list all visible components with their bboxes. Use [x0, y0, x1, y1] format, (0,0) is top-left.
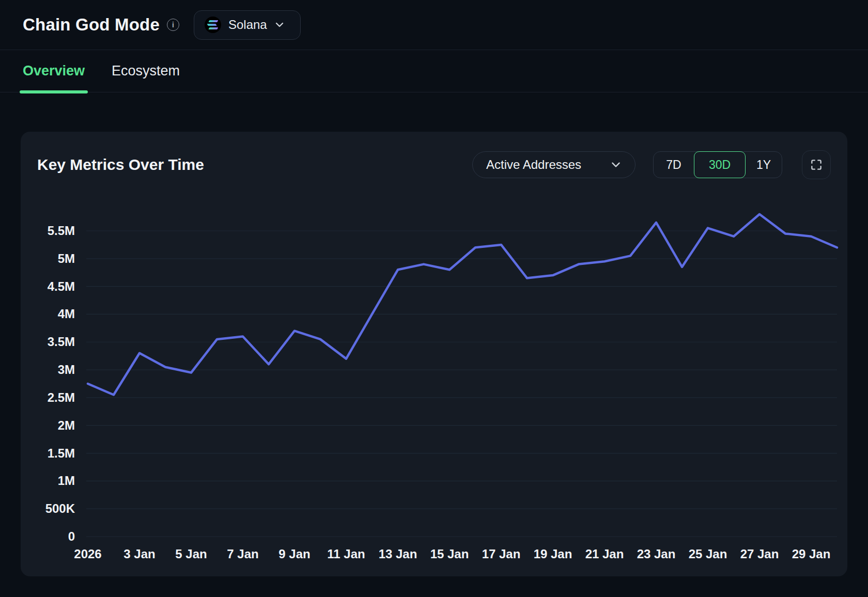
- svg-text:21 Jan: 21 Jan: [585, 547, 624, 561]
- svg-text:3 Jan: 3 Jan: [123, 547, 155, 561]
- svg-text:29 Jan: 29 Jan: [792, 547, 831, 561]
- page-title: Chain God Mode: [23, 15, 160, 35]
- chevron-down-icon: [610, 159, 622, 170]
- svg-text:7 Jan: 7 Jan: [227, 547, 258, 561]
- svg-text:13 Jan: 13 Jan: [379, 547, 417, 561]
- svg-text:5.5M: 5.5M: [48, 224, 75, 238]
- svg-text:19 Jan: 19 Jan: [534, 547, 572, 561]
- svg-text:11 Jan: 11 Jan: [327, 547, 365, 561]
- solana-logo-icon: [205, 17, 221, 33]
- chain-selector-value: Solana: [228, 18, 267, 32]
- key-metrics-card: Key Metrics Over Time Active Addresses 7…: [21, 132, 847, 576]
- range-30d-button[interactable]: 30D: [694, 151, 746, 178]
- svg-text:2M: 2M: [58, 418, 75, 432]
- svg-text:1M: 1M: [58, 474, 75, 488]
- tab-bar: Overview Ecosystem: [0, 50, 868, 92]
- svg-text:25 Jan: 25 Jan: [689, 547, 727, 561]
- time-range-group: 7D 30D 1Y: [653, 151, 782, 178]
- svg-text:23 Jan: 23 Jan: [637, 547, 676, 561]
- card-header: Key Metrics Over Time Active Addresses 7…: [21, 132, 847, 179]
- fullscreen-button[interactable]: [802, 150, 831, 179]
- card-title: Key Metrics Over Time: [37, 156, 204, 174]
- active-tab-underline: [20, 90, 88, 93]
- svg-text:15 Jan: 15 Jan: [430, 547, 469, 561]
- page: Chain God Mode i Solana Overview Ecosyst…: [0, 0, 868, 92]
- svg-text:5 Jan: 5 Jan: [175, 547, 207, 561]
- range-1y-button[interactable]: 1Y: [746, 152, 782, 178]
- tab-overview-label: Overview: [23, 63, 85, 79]
- tab-overview[interactable]: Overview: [23, 50, 85, 92]
- svg-text:4.5M: 4.5M: [48, 279, 75, 293]
- svg-text:3.5M: 3.5M: [48, 335, 75, 349]
- svg-text:27 Jan: 27 Jan: [740, 547, 779, 561]
- tab-ecosystem[interactable]: Ecosystem: [112, 50, 180, 92]
- svg-text:2.5M: 2.5M: [48, 390, 75, 404]
- info-icon[interactable]: i: [167, 19, 179, 31]
- svg-text:500K: 500K: [45, 501, 75, 515]
- svg-text:5M: 5M: [58, 252, 75, 265]
- svg-text:9 Jan: 9 Jan: [278, 547, 310, 561]
- metric-selector-value: Active Addresses: [486, 158, 581, 172]
- svg-text:3M: 3M: [58, 363, 75, 376]
- chain-selector-dropdown[interactable]: Solana: [194, 10, 301, 40]
- svg-text:17 Jan: 17 Jan: [482, 547, 521, 561]
- svg-text:0: 0: [68, 529, 75, 543]
- app-header: Chain God Mode i Solana: [0, 0, 868, 50]
- tab-ecosystem-label: Ecosystem: [112, 63, 180, 79]
- line-chart[interactable]: 0500K1M1.5M2M2.5M3M3.5M4M4.5M5M5.5M20263…: [21, 132, 847, 576]
- svg-text:1.5M: 1.5M: [48, 446, 75, 460]
- chevron-down-icon: [274, 20, 285, 30]
- fullscreen-icon: [810, 158, 823, 171]
- svg-text:4M: 4M: [58, 307, 75, 321]
- range-7d-button[interactable]: 7D: [654, 152, 694, 178]
- svg-text:2026: 2026: [74, 547, 101, 561]
- metric-selector-dropdown[interactable]: Active Addresses: [472, 151, 636, 178]
